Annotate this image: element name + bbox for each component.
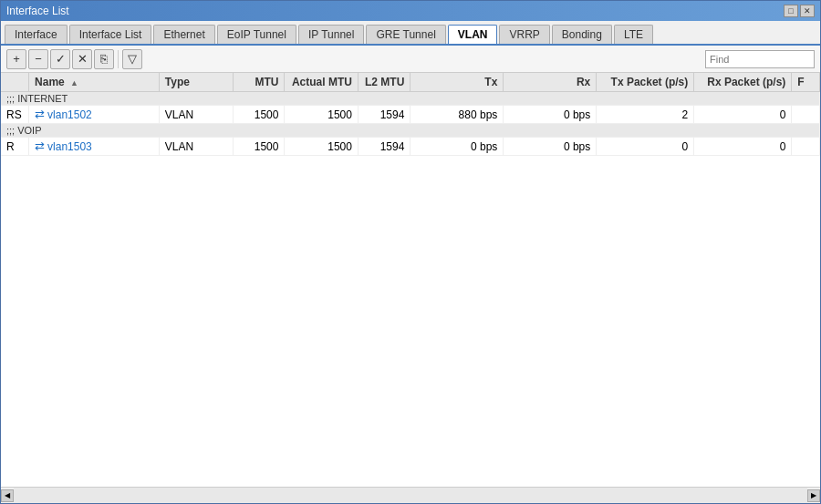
tab-bonding[interactable]: Bonding (552, 25, 612, 44)
tab-lte[interactable]: LTE (614, 25, 653, 44)
close-button[interactable]: ✕ (800, 5, 815, 17)
table-row[interactable]: RS⇄ vlan1502VLAN150015001594880 bps0 bps… (1, 106, 820, 124)
sort-arrow-name: ▲ (70, 78, 78, 87)
cell-l2mtu: 1594 (358, 106, 410, 124)
cell-mtu: 1500 (234, 138, 285, 156)
cell-rx: 0 bps (504, 138, 597, 156)
cell-type: VLAN (159, 106, 234, 124)
cross-button[interactable]: ✕ (72, 49, 92, 69)
col-header-actual-mtu[interactable]: Actual MTU (285, 73, 359, 92)
remove-button[interactable]: − (28, 49, 48, 69)
group-label: ;;; VOIP (1, 124, 820, 138)
col-header-name[interactable]: Name ▲ (29, 73, 160, 92)
interface-name[interactable]: vlan1502 (47, 108, 92, 121)
cell-tx-pps: 0 (597, 138, 694, 156)
network-icon: ⇄ (35, 108, 45, 121)
toolbar: + − ✓ ✕ ⎘ ▽ (1, 46, 820, 73)
tab-bar: Interface Interface List Ethernet EoIP T… (1, 21, 820, 46)
col-header-l2mtu[interactable]: L2 MTU (358, 73, 410, 92)
tab-vrrp[interactable]: VRRP (499, 25, 549, 44)
col-header-type[interactable]: Type (159, 73, 234, 92)
table-row[interactable]: R⇄ vlan1503VLAN1500150015940 bps0 bps00 (1, 138, 820, 156)
col-header-tx[interactable]: Tx (410, 73, 504, 92)
main-window: Interface List □ ✕ Interface Interface L… (0, 0, 821, 504)
tab-eoip-tunnel[interactable]: EoIP Tunnel (217, 25, 296, 44)
cell-tx: 0 bps (410, 138, 504, 156)
interface-name[interactable]: vlan1503 (47, 140, 92, 153)
cell-f (792, 106, 820, 124)
window-controls: □ ✕ (784, 5, 815, 17)
cell-tx-pps: 2 (597, 106, 694, 124)
cell-tx: 880 bps (410, 106, 504, 124)
col-header-mtu[interactable]: MTU (234, 73, 285, 92)
cell-actual-mtu: 1500 (285, 106, 359, 124)
check-button[interactable]: ✓ (50, 49, 70, 69)
cell-rx-pps: 0 (694, 106, 792, 124)
toolbar-separator (118, 50, 119, 68)
col-header-flags[interactable] (1, 73, 29, 92)
tab-ip-tunnel[interactable]: IP Tunnel (298, 25, 364, 44)
copy-button[interactable]: ⎘ (94, 49, 114, 69)
cell-l2mtu: 1594 (358, 138, 410, 156)
cell-rx-pps: 0 (694, 138, 792, 156)
group-row: ;;; INTERNET (1, 92, 820, 106)
col-header-rx-pps[interactable]: Rx Packet (p/s) (694, 73, 792, 92)
cell-name: ⇄ vlan1502 (29, 106, 160, 124)
col-header-rx[interactable]: Rx (504, 73, 597, 92)
cell-flags: R (1, 138, 29, 156)
tab-gre-tunnel[interactable]: GRE Tunnel (366, 25, 445, 44)
cell-actual-mtu: 1500 (285, 138, 359, 156)
group-label: ;;; INTERNET (1, 92, 820, 106)
group-row: ;;; VOIP (1, 124, 820, 138)
interface-table: Name ▲ Type MTU Actual MTU L2 MTU Tx Rx … (1, 73, 820, 156)
tab-interface-list[interactable]: Interface List (69, 25, 152, 44)
cell-rx: 0 bps (504, 106, 597, 124)
network-icon: ⇄ (35, 139, 45, 153)
scroll-left-button[interactable]: ◀ (1, 489, 14, 502)
status-bar: ◀ ▶ (1, 487, 820, 503)
cell-f (792, 138, 820, 156)
tab-vlan[interactable]: VLAN (448, 25, 498, 44)
search-input[interactable] (705, 50, 815, 68)
cell-name: ⇄ vlan1503 (29, 138, 160, 156)
tab-ethernet[interactable]: Ethernet (153, 25, 214, 44)
col-header-f[interactable]: F (792, 73, 820, 92)
cell-type: VLAN (159, 138, 234, 156)
add-button[interactable]: + (6, 49, 26, 69)
scroll-right-button[interactable]: ▶ (807, 489, 820, 502)
tab-interface[interactable]: Interface (5, 25, 68, 44)
cell-mtu: 1500 (234, 106, 285, 124)
col-header-tx-pps[interactable]: Tx Packet (p/s) (597, 73, 694, 92)
filter-button[interactable]: ▽ (122, 49, 142, 69)
table-container[interactable]: Name ▲ Type MTU Actual MTU L2 MTU Tx Rx … (1, 73, 820, 487)
table-header-row: Name ▲ Type MTU Actual MTU L2 MTU Tx Rx … (1, 73, 820, 92)
maximize-button[interactable]: □ (784, 5, 798, 17)
title-bar: Interface List □ ✕ (1, 1, 820, 21)
scroll-track[interactable] (14, 488, 807, 503)
window-title: Interface List (6, 5, 69, 17)
cell-flags: RS (1, 106, 29, 124)
